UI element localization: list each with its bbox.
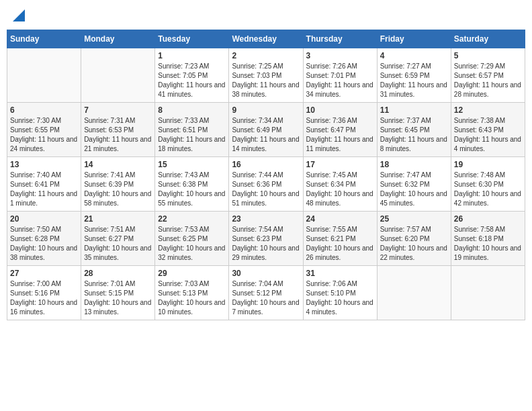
day-number: 14 <box>84 160 152 169</box>
day-number: 16 <box>232 160 300 169</box>
calendar-header-thursday: Thursday <box>303 30 377 48</box>
calendar-cell: 2Sunrise: 7:25 AM Sunset: 7:03 PM Daylig… <box>229 48 303 103</box>
day-info: Sunrise: 7:26 AM Sunset: 7:01 PM Dayligh… <box>306 62 374 99</box>
day-number: 20 <box>10 214 78 224</box>
day-number: 5 <box>454 51 522 60</box>
calendar-cell: 24Sunrise: 7:55 AM Sunset: 6:21 PM Dayli… <box>303 212 377 266</box>
calendar-header-friday: Friday <box>377 30 451 48</box>
calendar-week-row: 1Sunrise: 7:23 AM Sunset: 7:05 PM Daylig… <box>7 48 525 103</box>
calendar-cell: 14Sunrise: 7:41 AM Sunset: 6:39 PM Dayli… <box>81 157 155 212</box>
svg-marker-0 <box>13 9 25 21</box>
calendar-cell <box>81 48 155 103</box>
day-info: Sunrise: 7:30 AM Sunset: 6:55 PM Dayligh… <box>10 116 78 154</box>
calendar-cell: 6Sunrise: 7:30 AM Sunset: 6:55 PM Daylig… <box>7 103 81 157</box>
day-number: 6 <box>10 105 78 115</box>
day-number: 29 <box>158 269 226 278</box>
calendar-cell: 12Sunrise: 7:38 AM Sunset: 6:43 PM Dayli… <box>451 103 525 157</box>
day-info: Sunrise: 7:03 AM Sunset: 5:13 PM Dayligh… <box>158 279 226 317</box>
calendar-cell: 15Sunrise: 7:43 AM Sunset: 6:38 PM Dayli… <box>155 157 229 212</box>
day-info: Sunrise: 7:38 AM Sunset: 6:43 PM Dayligh… <box>454 116 522 154</box>
day-info: Sunrise: 7:00 AM Sunset: 5:16 PM Dayligh… <box>10 279 78 317</box>
calendar-cell: 18Sunrise: 7:47 AM Sunset: 6:32 PM Dayli… <box>377 157 451 212</box>
day-number: 15 <box>158 160 226 169</box>
day-info: Sunrise: 7:57 AM Sunset: 6:20 PM Dayligh… <box>380 225 448 263</box>
calendar-cell: 3Sunrise: 7:26 AM Sunset: 7:01 PM Daylig… <box>303 48 377 103</box>
calendar-cell: 21Sunrise: 7:51 AM Sunset: 6:27 PM Dayli… <box>81 212 155 266</box>
day-info: Sunrise: 7:55 AM Sunset: 6:21 PM Dayligh… <box>306 225 374 263</box>
day-info: Sunrise: 7:43 AM Sunset: 6:38 PM Dayligh… <box>158 171 226 208</box>
day-number: 24 <box>306 214 374 224</box>
calendar-cell: 9Sunrise: 7:34 AM Sunset: 6:49 PM Daylig… <box>229 103 303 157</box>
day-number: 11 <box>380 105 448 115</box>
calendar-header-sunday: Sunday <box>7 30 81 48</box>
day-number: 7 <box>84 105 152 115</box>
calendar-week-row: 20Sunrise: 7:50 AM Sunset: 6:28 PM Dayli… <box>7 212 525 266</box>
calendar-cell: 11Sunrise: 7:37 AM Sunset: 6:45 PM Dayli… <box>377 103 451 157</box>
calendar-header-wednesday: Wednesday <box>229 30 303 48</box>
calendar-cell: 20Sunrise: 7:50 AM Sunset: 6:28 PM Dayli… <box>7 212 81 266</box>
calendar-header-tuesday: Tuesday <box>155 30 229 48</box>
day-number: 30 <box>232 269 300 278</box>
calendar-cell: 16Sunrise: 7:44 AM Sunset: 6:36 PM Dayli… <box>229 157 303 212</box>
day-info: Sunrise: 7:40 AM Sunset: 6:41 PM Dayligh… <box>10 171 78 208</box>
day-number: 26 <box>454 214 522 224</box>
day-number: 22 <box>158 214 226 224</box>
day-info: Sunrise: 7:48 AM Sunset: 6:30 PM Dayligh… <box>454 171 522 208</box>
day-info: Sunrise: 7:45 AM Sunset: 6:34 PM Dayligh… <box>306 171 374 208</box>
calendar-week-row: 27Sunrise: 7:00 AM Sunset: 5:16 PM Dayli… <box>7 266 525 320</box>
logo-triangle-icon <box>13 9 25 21</box>
day-number: 8 <box>158 105 226 115</box>
day-info: Sunrise: 7:06 AM Sunset: 5:10 PM Dayligh… <box>306 279 374 317</box>
calendar-cell: 19Sunrise: 7:48 AM Sunset: 6:30 PM Dayli… <box>451 157 525 212</box>
day-info: Sunrise: 7:47 AM Sunset: 6:32 PM Dayligh… <box>380 171 448 208</box>
calendar-cell <box>377 266 451 320</box>
day-info: Sunrise: 7:37 AM Sunset: 6:45 PM Dayligh… <box>380 116 448 154</box>
day-number: 9 <box>232 105 300 115</box>
day-info: Sunrise: 7:50 AM Sunset: 6:28 PM Dayligh… <box>10 225 78 263</box>
calendar-cell: 28Sunrise: 7:01 AM Sunset: 5:15 PM Dayli… <box>81 266 155 320</box>
day-number: 10 <box>306 105 374 115</box>
calendar-cell: 29Sunrise: 7:03 AM Sunset: 5:13 PM Dayli… <box>155 266 229 320</box>
day-info: Sunrise: 7:23 AM Sunset: 7:05 PM Dayligh… <box>158 62 226 99</box>
day-number: 2 <box>232 51 300 60</box>
day-number: 1 <box>158 51 226 60</box>
calendar-cell: 10Sunrise: 7:36 AM Sunset: 6:47 PM Dayli… <box>303 103 377 157</box>
day-number: 27 <box>10 269 78 278</box>
calendar-week-row: 6Sunrise: 7:30 AM Sunset: 6:55 PM Daylig… <box>7 103 525 157</box>
day-number: 3 <box>306 51 374 60</box>
day-info: Sunrise: 7:31 AM Sunset: 6:53 PM Dayligh… <box>84 116 152 154</box>
day-number: 21 <box>84 214 152 224</box>
calendar-cell: 8Sunrise: 7:33 AM Sunset: 6:51 PM Daylig… <box>155 103 229 157</box>
calendar-cell: 25Sunrise: 7:57 AM Sunset: 6:20 PM Dayli… <box>377 212 451 266</box>
calendar-header-monday: Monday <box>81 30 155 48</box>
day-info: Sunrise: 7:29 AM Sunset: 6:57 PM Dayligh… <box>454 62 522 99</box>
day-info: Sunrise: 7:01 AM Sunset: 5:15 PM Dayligh… <box>84 279 152 317</box>
calendar-header-row: SundayMondayTuesdayWednesdayThursdayFrid… <box>7 30 525 48</box>
calendar-cell: 31Sunrise: 7:06 AM Sunset: 5:10 PM Dayli… <box>303 266 377 320</box>
day-info: Sunrise: 7:51 AM Sunset: 6:27 PM Dayligh… <box>84 225 152 263</box>
calendar-cell: 13Sunrise: 7:40 AM Sunset: 6:41 PM Dayli… <box>7 157 81 212</box>
day-number: 28 <box>84 269 152 278</box>
day-number: 13 <box>10 160 78 169</box>
day-number: 25 <box>380 214 448 224</box>
day-info: Sunrise: 7:41 AM Sunset: 6:39 PM Dayligh… <box>84 171 152 208</box>
calendar-cell: 5Sunrise: 7:29 AM Sunset: 6:57 PM Daylig… <box>451 48 525 103</box>
day-info: Sunrise: 7:25 AM Sunset: 7:03 PM Dayligh… <box>232 62 300 99</box>
day-info: Sunrise: 7:34 AM Sunset: 6:49 PM Dayligh… <box>232 116 300 154</box>
calendar-cell: 17Sunrise: 7:45 AM Sunset: 6:34 PM Dayli… <box>303 157 377 212</box>
calendar-cell: 22Sunrise: 7:53 AM Sunset: 6:25 PM Dayli… <box>155 212 229 266</box>
day-info: Sunrise: 7:33 AM Sunset: 6:51 PM Dayligh… <box>158 116 226 154</box>
calendar-cell: 4Sunrise: 7:27 AM Sunset: 6:59 PM Daylig… <box>377 48 451 103</box>
page-header <box>7 7 525 24</box>
day-number: 19 <box>454 160 522 169</box>
logo <box>12 9 26 21</box>
calendar-cell: 23Sunrise: 7:54 AM Sunset: 6:23 PM Dayli… <box>229 212 303 266</box>
day-number: 31 <box>306 269 374 278</box>
calendar-cell: 7Sunrise: 7:31 AM Sunset: 6:53 PM Daylig… <box>81 103 155 157</box>
day-info: Sunrise: 7:27 AM Sunset: 6:59 PM Dayligh… <box>380 62 448 99</box>
day-info: Sunrise: 7:54 AM Sunset: 6:23 PM Dayligh… <box>232 225 300 263</box>
calendar-table: SundayMondayTuesdayWednesdayThursdayFrid… <box>7 30 525 320</box>
day-info: Sunrise: 7:58 AM Sunset: 6:18 PM Dayligh… <box>454 225 522 263</box>
day-number: 18 <box>380 160 448 169</box>
calendar-cell: 26Sunrise: 7:58 AM Sunset: 6:18 PM Dayli… <box>451 212 525 266</box>
